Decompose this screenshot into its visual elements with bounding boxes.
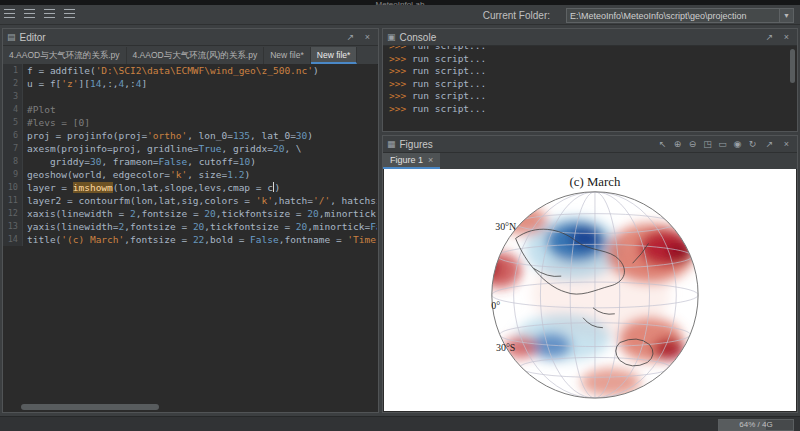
console-line: >>> run script... bbox=[389, 90, 788, 103]
line-number: 7 bbox=[3, 142, 23, 155]
edit-menu-icon[interactable] bbox=[24, 9, 35, 19]
zoom-out-icon[interactable]: ⊖ bbox=[686, 139, 699, 149]
figures-panel-header: ▦ Figures ↖⊕⊖◳▭◉↻ ↗ × bbox=[383, 136, 797, 153]
menu-bar-icons bbox=[4, 9, 75, 19]
refresh-icon[interactable]: ↻ bbox=[746, 139, 759, 149]
code-text: f = addfile('D:\SCI2\data\ECMWF\wind_geo… bbox=[23, 64, 319, 77]
figures-toolbar: ↖⊕⊖◳▭◉↻ bbox=[656, 139, 759, 149]
editor-tab[interactable]: 4.AAOD与大气环流(风)的关系.py bbox=[127, 47, 265, 64]
chevron-down-icon[interactable]: ▼ bbox=[779, 9, 793, 22]
console-prompt: >>> bbox=[389, 78, 406, 89]
current-folder-value[interactable]: E:\MeteoInfo\MeteoInfo\script\geo\projec… bbox=[567, 11, 779, 21]
code-line[interactable]: 2u = f['z'][14,:,4,:4] bbox=[3, 77, 377, 90]
console-panel-header: ▣ Console ↗ × bbox=[383, 29, 797, 46]
zoom-in-icon[interactable]: ⊕ bbox=[671, 139, 684, 149]
code-line[interactable]: 4#Plot bbox=[3, 103, 377, 116]
select-icon[interactable]: ↖ bbox=[656, 139, 669, 149]
document-icon: ▤ bbox=[7, 32, 16, 42]
code-text: geoshow(world, edgecolor='k', size=1.2) bbox=[23, 168, 250, 181]
figure-canvas[interactable]: (c) March bbox=[384, 169, 796, 411]
horizontal-scrollbar[interactable] bbox=[19, 403, 370, 411]
code-line[interactable]: 9geoshow(world, edgecolor='k', size=1.2) bbox=[3, 168, 377, 181]
identify-icon[interactable]: ◉ bbox=[731, 139, 744, 149]
console-output[interactable]: >>> run script...>>> run script...>>> ru… bbox=[384, 46, 788, 130]
line-number: 6 bbox=[3, 129, 23, 142]
code-line[interactable]: 13yaxis(linewidth=2,fontsize = 20,tickfo… bbox=[3, 220, 377, 233]
close-panel-icon[interactable]: × bbox=[361, 32, 374, 42]
close-icon[interactable]: × bbox=[428, 155, 433, 165]
code-line[interactable]: 5#levs = [0] bbox=[3, 116, 377, 129]
float-panel-icon[interactable]: ↗ bbox=[344, 32, 357, 42]
code-text: xaxis(linewidth = 2,fontsize = 20,tickfo… bbox=[23, 207, 377, 220]
close-panel-icon[interactable]: × bbox=[780, 32, 793, 42]
editor-tab[interactable]: New file* bbox=[311, 47, 358, 64]
console-line: >>> run script... bbox=[389, 53, 788, 66]
console-prompt: >>> bbox=[389, 46, 406, 51]
code-line[interactable]: 1f = addfile('D:\SCI2\data\ECMWF\wind_ge… bbox=[3, 64, 377, 77]
plot-title: (c) March bbox=[569, 175, 621, 189]
line-number: 4 bbox=[3, 103, 23, 116]
line-number: 9 bbox=[3, 168, 23, 181]
chart-icon: ▦ bbox=[387, 139, 396, 149]
run-menu-icon[interactable] bbox=[44, 9, 55, 19]
float-panel-icon[interactable]: ↗ bbox=[763, 139, 776, 149]
code-line[interactable]: 7axesm(projinfo=proj, gridline=True, gri… bbox=[3, 142, 377, 155]
line-number: 13 bbox=[3, 220, 23, 233]
close-panel-icon[interactable]: × bbox=[780, 139, 793, 149]
editor-tab-bar: 4.AAOD与大气环流的关系.py4.AAOD与大气环流(风)的关系.pyNew… bbox=[3, 46, 378, 65]
line-number: 14 bbox=[3, 233, 23, 246]
console-icon: ▣ bbox=[387, 32, 396, 42]
status-bar: 64% / 4G bbox=[0, 416, 800, 431]
memory-indicator[interactable]: 64% / 4G bbox=[718, 419, 794, 431]
console-line: >>> run script... bbox=[389, 103, 788, 116]
console-line: >>> run script... bbox=[389, 78, 788, 91]
code-text: layer2 = contourfm(lon,lat,sig,colors = … bbox=[23, 194, 377, 207]
float-panel-icon[interactable]: ↗ bbox=[763, 32, 776, 42]
editor-tab[interactable]: 4.AAOD与大气环流的关系.py bbox=[3, 47, 127, 64]
file-menu-icon[interactable] bbox=[4, 9, 15, 19]
code-text: title('(c) March',fontsize = 22,bold = F… bbox=[23, 233, 377, 246]
figure-tab-bar: Figure 1 × bbox=[383, 153, 797, 170]
figure-tab[interactable]: Figure 1 × bbox=[383, 153, 440, 169]
line-number: 1 bbox=[3, 64, 23, 77]
scrollbar-thumb[interactable] bbox=[790, 49, 795, 83]
figures-panel-title: Figures bbox=[400, 139, 433, 150]
lat-label-30s: 30°S bbox=[496, 342, 515, 353]
code-text: layer = imshowm(lon,lat,slope,levs,cmap … bbox=[23, 181, 280, 194]
options-menu-icon[interactable] bbox=[64, 9, 75, 19]
console-panel: ▣ Console ↗ × >>> run script...>>> run s… bbox=[382, 28, 798, 132]
figure-tab-label: Figure 1 bbox=[390, 155, 423, 165]
editor-panel-header: ▤ Editor ↗ × bbox=[3, 29, 378, 46]
figure-plot[interactable]: (c) March bbox=[384, 169, 796, 411]
code-line[interactable]: 14title('(c) March',fontsize = 22,bold =… bbox=[3, 233, 377, 246]
editor-panel-title: Editor bbox=[20, 32, 46, 43]
console-prompt: >>> bbox=[389, 65, 406, 76]
full-extent-icon[interactable]: ▭ bbox=[716, 139, 729, 149]
line-number: 11 bbox=[3, 194, 23, 207]
line-number: 5 bbox=[3, 116, 23, 129]
code-text: proj = projinfo(proj='ortho', lon_0=135,… bbox=[23, 129, 313, 142]
scrollbar-thumb[interactable] bbox=[21, 404, 159, 410]
code-line[interactable]: 8 griddy=30, frameon=False, cutoff=10) bbox=[3, 155, 377, 168]
code-area[interactable]: 1f = addfile('D:\SCI2\data\ECMWF\wind_ge… bbox=[3, 64, 377, 402]
code-line[interactable]: 12xaxis(linewidth = 2,fontsize = 20,tick… bbox=[3, 207, 377, 220]
code-line[interactable]: 6proj = projinfo(proj='ortho', lon_0=135… bbox=[3, 129, 377, 142]
editor-tab[interactable]: New file* bbox=[264, 47, 311, 64]
console-prompt: >>> bbox=[389, 53, 406, 64]
code-line[interactable]: 3 bbox=[3, 90, 377, 103]
code-line[interactable]: 11layer2 = contourfm(lon,lat,sig,colors … bbox=[3, 194, 377, 207]
code-text: u = f['z'][14,:,4,:4] bbox=[23, 77, 147, 90]
current-folder-combo[interactable]: E:\MeteoInfo\MeteoInfo\script\geo\projec… bbox=[566, 8, 794, 23]
editor-panel: ▤ Editor ↗ × 4.AAOD与大气环流的关系.py4.AAOD与大气环… bbox=[2, 28, 379, 413]
lat-label-eq: 0° bbox=[491, 300, 500, 311]
code-text bbox=[23, 90, 33, 103]
menu-bar: Current Folder: E:\MeteoInfo\MeteoInfo\s… bbox=[0, 5, 800, 25]
code-line[interactable]: 10layer = imshowm(lon,lat,slope,levs,cma… bbox=[3, 181, 377, 194]
lat-label-30n: 30°N bbox=[495, 221, 516, 232]
code-text: griddy=30, frameon=False, cutoff=10) bbox=[23, 155, 256, 168]
line-number: 3 bbox=[3, 90, 23, 103]
code-text: yaxis(linewidth=2,fontsize = 20,tickfont… bbox=[23, 220, 377, 233]
console-panel-title: Console bbox=[400, 32, 437, 43]
memory-text: 64% / 4G bbox=[739, 420, 772, 429]
pan-icon[interactable]: ◳ bbox=[701, 139, 714, 149]
